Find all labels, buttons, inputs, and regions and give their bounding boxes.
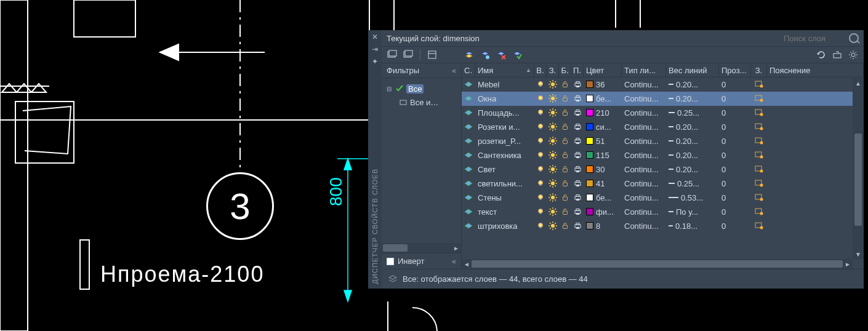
layer-name[interactable]: Розетки и... [475, 120, 534, 134]
layer-color[interactable]: си... [584, 120, 622, 134]
search-input[interactable] [784, 34, 845, 43]
printer-icon[interactable] [574, 123, 582, 131]
printer-icon[interactable] [574, 151, 582, 159]
lock-icon[interactable] [561, 151, 569, 159]
printer-icon[interactable] [574, 194, 582, 202]
layer-row[interactable]: Сантехника115Continu...0.20...0 [462, 148, 864, 162]
layer-color[interactable]: бе... [584, 191, 622, 204]
sun-icon[interactable] [549, 165, 557, 173]
layers-vscroll-thumb[interactable] [854, 134, 862, 226]
bulb-icon[interactable] [537, 123, 544, 130]
new-vp-freeze-icon[interactable] [755, 109, 763, 116]
layer-lineweight[interactable]: 0.20... [666, 162, 719, 176]
layer-description[interactable] [767, 162, 864, 176]
layer-lineweight[interactable]: 0.20... [666, 78, 719, 91]
tree-root[interactable]: ⊟ Все [384, 82, 459, 95]
lock-icon[interactable] [561, 222, 569, 229]
layer-row[interactable]: светильни...41Continu...0.25...0 [462, 177, 864, 191]
layer-lineweight[interactable]: 0.20... [666, 134, 719, 148]
new-vp-freeze-icon[interactable] [755, 166, 763, 173]
layer-linetype[interactable]: Continu... [622, 92, 666, 105]
col-on[interactable]: В. [534, 63, 547, 77]
layer-description[interactable] [767, 134, 864, 148]
layer-transparency[interactable]: 0 [719, 148, 751, 162]
printer-icon[interactable] [574, 81, 582, 89]
bulb-icon[interactable] [537, 166, 544, 173]
filters-scroll-thumb[interactable] [383, 244, 408, 252]
layers-vscrollbar[interactable]: ▲ ▼ [853, 78, 864, 259]
col-description[interactable]: Пояснение [767, 63, 864, 77]
layer-lineweight[interactable]: 0.25... [666, 106, 719, 119]
tree-child-all-used[interactable]: Все и… [384, 95, 459, 109]
refresh-icon[interactable] [814, 49, 828, 61]
sun-icon[interactable] [549, 108, 557, 117]
layer-color[interactable]: 30 [584, 162, 622, 176]
lock-icon[interactable] [561, 109, 569, 116]
layer-transparency[interactable]: 0 [719, 191, 751, 204]
new-vp-freeze-icon[interactable] [755, 222, 763, 229]
layer-transparency[interactable]: 0 [719, 177, 751, 190]
layer-lineweight[interactable]: 0.20... [666, 120, 719, 134]
new-vp-freeze-icon[interactable] [755, 151, 763, 159]
layer-name[interactable]: текст [475, 205, 534, 218]
layers-hscrollbar[interactable]: ◄ ► [462, 259, 853, 269]
new-vp-freeze-icon[interactable] [755, 81, 763, 88]
layer-transparency[interactable]: 0 [719, 106, 751, 119]
settings-icon[interactable] [846, 49, 860, 61]
col-freeze[interactable]: З. [547, 63, 559, 77]
layer-row[interactable]: Розетки и...си...Continu...0.20...0 [462, 120, 864, 134]
lock-icon[interactable] [561, 180, 569, 187]
layer-description[interactable] [767, 92, 864, 105]
layer-name[interactable]: Свет [475, 162, 534, 176]
layer-color[interactable]: 41 [584, 177, 622, 190]
sun-icon[interactable] [549, 80, 557, 89]
sun-icon[interactable] [549, 122, 557, 131]
layer-color[interactable]: 8 [584, 219, 622, 233]
new-vp-freeze-icon[interactable] [755, 180, 763, 187]
new-group-filter-icon[interactable] [401, 49, 415, 61]
layer-transparency[interactable]: 0 [719, 92, 751, 105]
bulb-icon[interactable] [537, 194, 544, 201]
col-status[interactable]: С. [462, 63, 475, 77]
col-plot[interactable]: П. [571, 63, 584, 77]
bulb-icon[interactable] [537, 222, 544, 229]
layer-name[interactable]: Площадь... [475, 106, 534, 119]
col-lock[interactable]: Б. [559, 63, 571, 77]
layer-name[interactable]: Сантехника [475, 148, 534, 162]
new-vp-freeze-icon[interactable] [755, 194, 763, 201]
layer-description[interactable] [767, 148, 864, 162]
layer-name[interactable]: Mebel [475, 78, 534, 91]
layer-description[interactable] [767, 78, 864, 91]
scroll-up-icon[interactable]: ▲ [853, 78, 864, 88]
lock-icon[interactable] [561, 123, 569, 130]
bulb-icon[interactable] [537, 180, 544, 187]
printer-icon[interactable] [574, 137, 582, 145]
new-vp-freeze-icon[interactable] [755, 208, 763, 215]
layer-row[interactable]: Свет30Continu...0.20...0 [462, 162, 864, 177]
sun-icon[interactable] [549, 207, 557, 216]
printer-icon[interactable] [574, 222, 582, 230]
pin-icon[interactable]: ⇥ [371, 45, 379, 54]
layer-linetype[interactable]: Continu... [622, 191, 666, 204]
close-icon[interactable]: ✕ [371, 33, 379, 41]
bulb-icon[interactable] [537, 95, 544, 102]
layer-row[interactable]: розетки_Р...51Continu...0.20...0 [462, 134, 864, 148]
search-icon[interactable] [849, 33, 859, 43]
col-newvp[interactable]: З. [751, 63, 767, 77]
printer-icon[interactable] [574, 95, 582, 103]
printer-icon[interactable] [574, 208, 582, 216]
layer-color[interactable]: 51 [584, 134, 622, 148]
layer-color[interactable]: фи... [584, 205, 622, 218]
new-vp-freeze-icon[interactable] [755, 123, 763, 130]
new-layer-filter-icon[interactable] [385, 49, 399, 61]
layer-color[interactable]: бе... [584, 92, 622, 105]
toggle-override-icon[interactable] [830, 49, 844, 61]
filters-collapse-icon[interactable]: « [452, 66, 456, 75]
layer-lineweight[interactable]: 0.53... [666, 191, 719, 204]
lock-icon[interactable] [561, 95, 569, 102]
new-vp-freeze-icon[interactable] [755, 95, 763, 102]
scroll-left-icon[interactable]: ◄ [462, 259, 472, 269]
sun-icon[interactable] [549, 221, 557, 230]
set-current-layer-icon[interactable] [510, 49, 524, 61]
layer-lineweight[interactable]: 0.20... [666, 92, 719, 105]
